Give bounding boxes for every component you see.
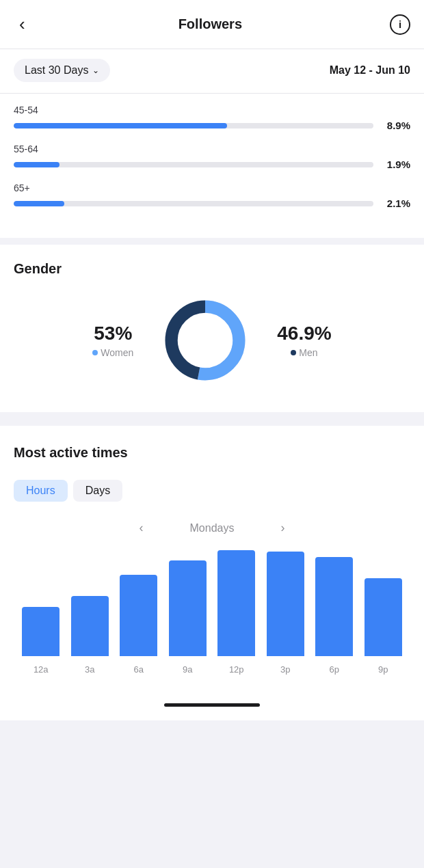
time-label: 12p	[229, 664, 244, 675]
bar-row: 1.9%	[14, 159, 410, 170]
time-label: 9p	[378, 664, 388, 675]
time-label: 9a	[183, 664, 192, 675]
bar-col: 3a	[66, 596, 115, 675]
bar-track	[14, 162, 373, 167]
date-filter-button[interactable]: Last 30 Days ⌄	[14, 59, 110, 82]
date-range-label: May 12 - Jun 10	[330, 64, 410, 77]
svg-point-3	[178, 314, 232, 367]
age-row: 65+ 2.1%	[14, 182, 410, 209]
bar-fill	[14, 123, 227, 128]
chevron-down-icon: ⌄	[92, 66, 99, 75]
active-times-section: Most active times Hours Days ‹ Mondays ›…	[0, 426, 424, 695]
chart-bar	[120, 575, 157, 656]
women-label: Women	[92, 347, 133, 358]
chart-bar	[315, 557, 353, 656]
home-indicator	[164, 703, 260, 707]
filter-bar: Last 30 Days ⌄ May 12 - Jun 10	[0, 49, 424, 94]
women-dot	[92, 350, 98, 355]
bar-fill	[14, 201, 64, 206]
bar-row: 8.9%	[14, 120, 410, 131]
time-label: 12a	[34, 664, 49, 675]
bar-col: 12a	[16, 607, 66, 675]
section-divider-2	[0, 412, 424, 419]
donut-svg	[161, 296, 250, 385]
bar-track	[14, 123, 373, 128]
chart-bar	[267, 552, 304, 656]
gender-donut-chart	[161, 296, 250, 385]
bar-track	[14, 201, 373, 206]
header: ‹ Followers i	[0, 0, 424, 49]
bar-percentage: 1.9%	[380, 159, 410, 170]
current-day-label: Mondays	[190, 522, 235, 534]
chart-bar	[22, 607, 59, 656]
bar-percentage: 2.1%	[380, 198, 410, 209]
bar-col: 12p	[212, 550, 261, 675]
men-label: Men	[291, 347, 317, 358]
age-label: 45-54	[14, 105, 410, 116]
chart-bar	[71, 596, 109, 656]
bottom-indicator	[0, 695, 424, 720]
chart-bar	[169, 560, 207, 656]
gender-chart-area: 53% Women 46.9% Men	[14, 296, 410, 385]
bar-fill	[14, 162, 59, 167]
day-navigation: ‹ Mondays ›	[14, 518, 410, 538]
prev-day-button[interactable]: ‹	[134, 518, 149, 538]
age-row: 45-54 8.9%	[14, 105, 410, 131]
men-stat: 46.9% Men	[277, 323, 331, 358]
bar-col: 3p	[261, 552, 310, 675]
next-day-button[interactable]: ›	[275, 518, 290, 538]
tab-hours[interactable]: Hours	[14, 480, 68, 502]
time-label: 3p	[280, 664, 290, 675]
bar-col: 9a	[163, 560, 213, 675]
back-button[interactable]: ‹	[14, 11, 31, 38]
bar-col: 6p	[310, 557, 359, 675]
age-section: 45-54 8.9% 55-64 1.9% 65+ 2.1%	[0, 94, 424, 238]
women-stat: 53% Women	[92, 323, 133, 358]
age-label: 65+	[14, 182, 410, 193]
age-row: 55-64 1.9%	[14, 144, 410, 170]
gender-section: Gender 53% Women 46.9%	[0, 245, 424, 412]
info-button[interactable]: i	[390, 14, 410, 35]
section-divider	[0, 238, 424, 245]
gender-title: Gender	[14, 261, 410, 277]
men-percentage: 46.9%	[277, 323, 331, 344]
time-label: 6p	[330, 664, 339, 675]
bar-row: 2.1%	[14, 198, 410, 209]
women-percentage: 53%	[94, 323, 132, 344]
page-title: Followers	[178, 16, 242, 32]
chart-bar	[217, 550, 255, 656]
bar-col: 6a	[114, 575, 163, 675]
info-icon: i	[399, 18, 401, 30]
active-times-title: Most active times	[14, 445, 410, 461]
hours-bar-chart: 12a 3a 6a 9a 12p 3p 6p 9p	[14, 552, 410, 675]
age-label: 55-64	[14, 144, 410, 154]
tab-days[interactable]: Days	[73, 480, 122, 502]
tabs-row: Hours Days	[14, 480, 410, 502]
time-label: 3a	[85, 664, 94, 675]
men-dot	[291, 350, 296, 355]
bar-col: 9p	[359, 578, 408, 675]
filter-label: Last 30 Days	[25, 64, 88, 77]
time-label: 6a	[134, 664, 144, 675]
chart-bar	[365, 578, 402, 656]
bar-percentage: 8.9%	[380, 120, 410, 131]
